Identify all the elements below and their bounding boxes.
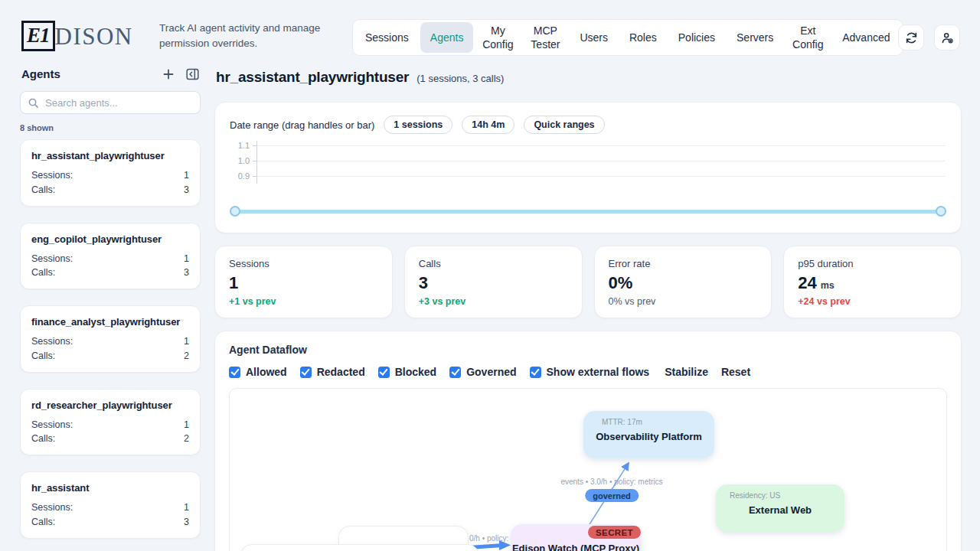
tab-advanced[interactable]: Advanced	[832, 22, 900, 53]
stat-card-p95-duration: p95 duration24ms+24 vs prev	[783, 246, 962, 318]
agent-sessions-row: Sessions:1	[31, 418, 189, 432]
tab-ext-config[interactable]: Ext Config	[785, 22, 831, 53]
checkbox-checked-icon	[378, 367, 390, 378]
dataflow-card: Agent Dataflow AllowedRedactedBlockedGov…	[214, 331, 962, 551]
node-unlabeled-2[interactable]	[240, 544, 479, 551]
stat-label: Error rate	[609, 258, 758, 269]
tab-policies[interactable]: Policies	[668, 22, 725, 53]
row-label: Sessions:	[31, 168, 73, 183]
row-label: Calls:	[31, 183, 55, 197]
checkbox-label: Show external flows	[547, 366, 650, 378]
sessions-badge: 1 sessions	[384, 116, 452, 134]
stats-row: Sessions1+1 vs prevCalls3+3 vs prevError…	[214, 246, 962, 318]
row-label: Sessions:	[31, 418, 73, 432]
checkbox-label: Blocked	[395, 366, 436, 378]
slider-handle-left[interactable]	[230, 206, 240, 217]
collapse-panel-button[interactable]	[186, 68, 199, 80]
slider-track[interactable]	[235, 210, 941, 214]
stat-value: 0%	[609, 273, 633, 292]
dataflow-graph[interactable]: events • 3.0/h • policy: metrics governe…	[229, 388, 947, 551]
stat-value: 3	[419, 273, 428, 292]
tab-users[interactable]: Users	[570, 22, 618, 53]
row-label: Calls:	[31, 515, 55, 530]
add-agent-button[interactable]	[162, 68, 175, 80]
agent-name: hr_assistant_playwrightuser	[31, 150, 189, 161]
search-agents-input[interactable]	[20, 91, 201, 114]
stabilize-button[interactable]: Stabilize	[665, 366, 708, 378]
agent-card-finance-analyst-playwrightuser[interactable]: finance_analyst_playwrightuserSessions:1…	[20, 305, 201, 373]
tab-roles[interactable]: Roles	[619, 22, 667, 53]
checkbox-blocked[interactable]: Blocked	[378, 366, 436, 378]
tab-agents[interactable]: Agents	[420, 22, 474, 53]
stat-card-calls: Calls3+3 vs prev	[404, 246, 583, 318]
quick-ranges-button[interactable]: Quick ranges	[524, 116, 604, 134]
y-tick: 1.0	[230, 156, 250, 165]
row-value: 1	[184, 500, 189, 515]
date-range-card: Date range (drag handles or bar) 1 sessi…	[214, 102, 962, 233]
panel-collapse-icon	[186, 68, 199, 80]
dataflow-controls: AllowedRedactedBlockedGovernedShow exter…	[229, 366, 947, 378]
agent-card-eng-copilot-playwrightuser[interactable]: eng_copilot_playwrightuserSessions:1Call…	[20, 223, 201, 290]
stat-label: p95 duration	[798, 258, 947, 269]
tab-mcp-tester[interactable]: MCP Tester	[522, 22, 568, 53]
sidebar-title: Agents	[21, 67, 60, 80]
main-nav: SessionsAgentsMy ConfigMCP TesterUsersRo…	[352, 19, 903, 56]
row-value: 2	[184, 432, 189, 446]
date-range-slider[interactable]	[230, 206, 946, 217]
row-value: 1	[184, 334, 189, 349]
tab-sessions[interactable]: Sessions	[355, 22, 419, 53]
agent-card-hr-assistant[interactable]: hr_assistantSessions:1Calls:3	[20, 471, 201, 539]
checkbox-checked-icon	[229, 367, 240, 378]
agent-name: hr_assistant	[31, 482, 189, 494]
stat-value: 1	[229, 273, 238, 292]
agent-sessions-row: Sessions:1	[31, 500, 189, 515]
header-actions	[898, 24, 960, 51]
row-label: Sessions:	[31, 500, 73, 515]
page-subtitle: (1 sessions, 3 calls)	[416, 73, 504, 84]
checkbox-governed[interactable]: Governed	[449, 366, 516, 378]
agent-calls-row: Calls:2	[31, 349, 189, 364]
logo-wordmark: DISON	[55, 24, 133, 48]
user-settings-button[interactable]	[934, 24, 960, 51]
reset-button[interactable]: Reset	[721, 366, 750, 378]
refresh-button[interactable]	[898, 24, 924, 51]
agents-sidebar: Agents 8 shown hr_assistant_playwrightus…	[20, 67, 201, 551]
checkbox-allowed[interactable]: Allowed	[229, 366, 287, 378]
node-title: External Web	[716, 504, 844, 516]
row-value: 3	[184, 515, 189, 530]
slider-handle-right[interactable]	[936, 206, 946, 217]
page-title-row: hr_assistant_playwrightuser (1 sessions,…	[216, 69, 962, 89]
sessions-minichart: 1.1 1.0 0.9	[230, 141, 946, 184]
row-label: Calls:	[31, 266, 55, 280]
row-value: 1	[184, 252, 189, 266]
stat-delta: 0% vs prev	[609, 296, 758, 307]
node-title: Observability Platform	[583, 431, 714, 442]
agents-shown-count: 8 shown	[20, 123, 201, 132]
stat-delta: +24 vs prev	[798, 296, 947, 307]
agent-name: finance_analyst_playwrightuser	[31, 316, 189, 328]
row-value: 1	[184, 168, 189, 183]
y-tick: 0.9	[230, 171, 250, 181]
checkbox-label: Redacted	[317, 366, 365, 378]
row-label: Calls:	[31, 349, 55, 364]
node-edison-watch[interactable]: SECRET Edison Watch (MCP Proxy)	[511, 524, 641, 551]
stat-value: 24	[798, 273, 816, 292]
agent-calls-row: Calls:3	[31, 183, 189, 197]
node-observability-platform[interactable]: MTTR: 17m Observability Platform	[583, 411, 714, 458]
agent-name: rd_researcher_playwrightuser	[31, 399, 189, 411]
node-external-web[interactable]: Residency: US External Web	[716, 484, 844, 532]
user-settings-icon	[940, 31, 955, 45]
secret-badge: SECRET	[588, 526, 641, 539]
agent-sessions-row: Sessions:1	[31, 252, 189, 266]
tab-my-config[interactable]: My Config	[475, 22, 521, 53]
node-meta-mttr: MTTR: 17m	[602, 418, 714, 426]
checkbox-redacted[interactable]: Redacted	[300, 366, 365, 378]
stat-delta: +3 vs prev	[419, 296, 568, 307]
agent-card-rd-researcher-playwrightuser[interactable]: rd_researcher_playwrightuserSessions:1Ca…	[20, 389, 201, 456]
y-tick: 1.1	[230, 141, 250, 150]
agent-card-hr-assistant-playwrightuser[interactable]: hr_assistant_playwrightuserSessions:1Cal…	[20, 139, 201, 207]
tab-servers[interactable]: Servers	[727, 22, 783, 53]
row-label: Sessions:	[31, 334, 73, 349]
checkbox-label: Allowed	[246, 366, 287, 378]
checkbox-show-external-flows[interactable]: Show external flows	[530, 366, 650, 378]
